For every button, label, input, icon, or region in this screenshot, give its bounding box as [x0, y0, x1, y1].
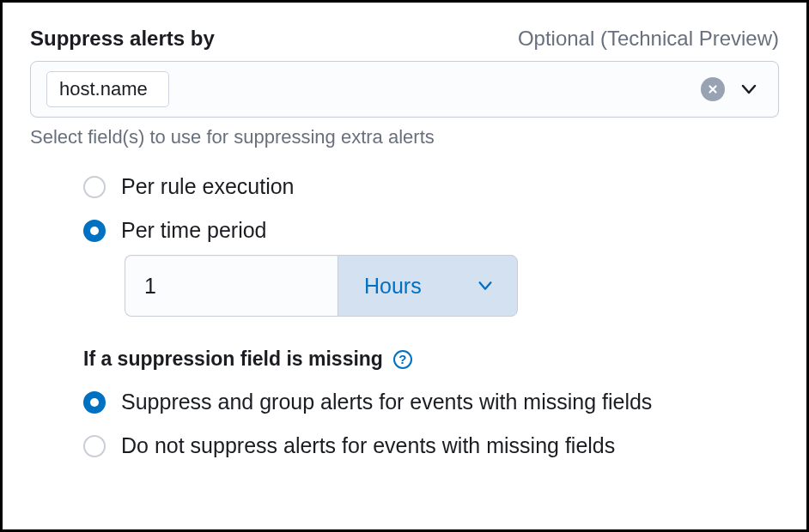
missing-field-section: If a suppression field is missing ? Supp… [30, 348, 779, 458]
suppress-alerts-label: Suppress alerts by [30, 27, 215, 51]
suppress-fields-combobox[interactable]: host.name [30, 61, 779, 118]
unit-chevron-icon [476, 276, 495, 295]
do-not-suppress-missing-radio[interactable] [83, 435, 106, 457]
per-rule-execution-label: Per rule execution [121, 174, 295, 199]
combobox-helper-text: Select field(s) to use for suppressing e… [30, 126, 779, 148]
suppress-missing-radio[interactable] [83, 391, 106, 414]
clear-all-icon[interactable] [701, 77, 725, 101]
interval-radio-group: Per rule execution Per time period [30, 174, 779, 243]
help-icon[interactable]: ? [393, 350, 412, 369]
combobox-chevron-icon[interactable] [735, 76, 763, 103]
per-time-period-radio[interactable] [83, 220, 106, 242]
suppress-missing-label: Suppress and group alerts for events wit… [121, 390, 652, 414]
per-time-period-label: Per time period [121, 218, 267, 243]
time-period-unit-select[interactable]: Hours [338, 255, 518, 317]
optional-preview-text: Optional (Technical Preview) [518, 27, 779, 51]
per-rule-execution-radio[interactable] [83, 176, 106, 198]
do-not-suppress-missing-label: Do not suppress alerts for events with m… [121, 433, 615, 458]
time-period-value-input[interactable] [125, 255, 338, 317]
time-period-unit-label: Hours [364, 274, 422, 299]
field-pill: host.name [46, 71, 169, 107]
missing-field-label: If a suppression field is missing [83, 348, 383, 371]
field-pill-label: host.name [59, 78, 148, 100]
